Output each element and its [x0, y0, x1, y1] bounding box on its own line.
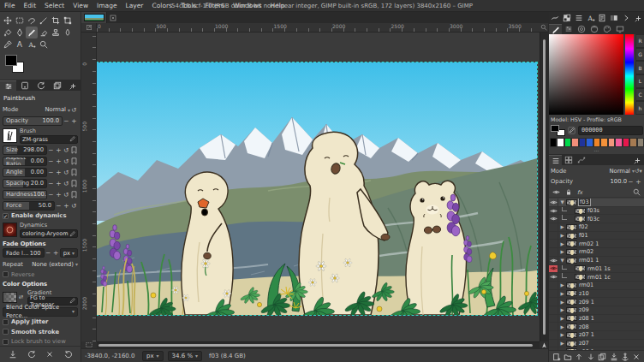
expander-icon[interactable]: ▶ [558, 224, 566, 229]
layer-visible-icon[interactable] [549, 265, 558, 273]
smudge-tool[interactable] [62, 27, 74, 39]
horizontal-ruler[interactable]: 0500100015002000250030003500 [97, 23, 540, 33]
duplicate-layer-icon[interactable] [598, 353, 606, 361]
scroll-right-icon[interactable] [620, 13, 632, 23]
decrease-icon[interactable]: − [47, 157, 55, 166]
palette-swatch[interactable] [564, 138, 571, 147]
expander-icon[interactable]: ▼ [558, 258, 566, 263]
increase-icon[interactable]: + [55, 157, 63, 166]
watercolor-tab-icon[interactable] [587, 24, 600, 34]
gradients-tab-icon[interactable] [608, 13, 620, 23]
fonts-tool[interactable]: A [26, 39, 38, 50]
zoom-tool[interactable] [38, 39, 50, 50]
expander-icon[interactable]: ▼ [558, 199, 566, 205]
layer-row-rm01-1[interactable]: ▼rm01 1 [549, 257, 644, 265]
reset-icon[interactable]: ↺ [63, 179, 70, 188]
palette-expander[interactable]: … [549, 147, 644, 151]
layer-row-f03s[interactable]: f03s [549, 207, 644, 216]
palette-swatch[interactable] [623, 138, 629, 147]
lock-column-icon[interactable] [565, 188, 572, 196]
tool-options-tab[interactable] [0, 80, 16, 91]
paintbrush-tool[interactable] [26, 27, 38, 39]
dynamics-field[interactable]: coloring-Aryeom [20, 229, 78, 238]
enable-dynamics-row[interactable]: ✓ Enable dynamics [3, 211, 78, 221]
device-status-tab[interactable] [16, 80, 33, 91]
layer-mode-value[interactable]: Normal [609, 168, 630, 175]
layer-row-f01[interactable]: ▶f01 [549, 232, 644, 240]
palette-swatch[interactable] [571, 138, 578, 147]
layer-hidden-cell[interactable] [549, 323, 558, 330]
layer-row-z09-1[interactable]: ▶z09 1 [549, 298, 644, 306]
force-slider[interactable]: Force50.0 [3, 201, 55, 211]
image-tab[interactable] [81, 12, 107, 23]
images-tab[interactable] [49, 80, 65, 91]
canvas-image[interactable] [97, 62, 537, 315]
link-to-brush-icon[interactable] [70, 190, 78, 199]
restore-preset-icon[interactable] [27, 350, 36, 359]
clone-tool[interactable] [50, 27, 62, 39]
menu-file[interactable]: File [0, 0, 20, 11]
zoom-follow-icon[interactable] [540, 23, 548, 33]
hardness-slider[interactable]: Hardness100.0 [3, 190, 47, 199]
delete-preset-icon[interactable] [45, 350, 54, 359]
expander-icon[interactable]: ▶ [558, 241, 566, 246]
layer-hidden-cell[interactable] [549, 240, 558, 247]
palette-swatch[interactable] [637, 138, 644, 147]
layer-visible-icon[interactable] [549, 215, 558, 223]
layers-tab-icon[interactable] [549, 155, 562, 165]
layer-opacity-increase-icon[interactable]: + [635, 177, 642, 187]
opacity-increase-icon[interactable]: + [70, 116, 78, 126]
layer-hidden-cell[interactable] [549, 290, 558, 298]
foreground-color-swatch[interactable] [5, 55, 17, 66]
text-tool[interactable]: A [14, 39, 26, 50]
layer-opacity-decrease-icon[interactable]: − [627, 177, 635, 187]
eraser-tool[interactable] [38, 27, 50, 39]
scales-tab-icon[interactable] [613, 24, 626, 34]
decrease-icon[interactable]: − [47, 179, 55, 188]
unit-combo[interactable]: px ▾ [142, 351, 164, 361]
quick-mask-icon[interactable] [81, 341, 97, 348]
smooth-stroke-checkbox[interactable] [3, 329, 9, 335]
raise-layer-icon[interactable] [575, 353, 583, 361]
ink-tool[interactable] [14, 27, 26, 39]
saturation-value-square[interactable] [549, 34, 623, 115]
layer-row-rm02[interactable]: ▶rm02 [549, 248, 644, 257]
fade-decrease-icon[interactable]: − [45, 248, 52, 258]
layer-hidden-cell[interactable] [549, 331, 558, 339]
channel-R-button[interactable]: R [635, 34, 644, 48]
enable-dynamics-checkbox[interactable]: ✓ [3, 213, 9, 219]
layer-row-z08-1[interactable]: ▶z08 1 [549, 315, 644, 323]
layer-row-z07-1[interactable]: ▶z07 1 [549, 331, 644, 340]
reset-preset-icon[interactable] [64, 350, 73, 359]
channel-G-button[interactable]: G [635, 48, 644, 62]
fade-increase-icon[interactable]: + [52, 248, 60, 258]
expander-icon[interactable]: ▶ [558, 291, 566, 296]
expander-icon[interactable]: ▶ [558, 282, 566, 288]
layer-visible-icon[interactable] [549, 273, 558, 281]
blend-space-combo[interactable]: Blend Color Space Perce... ▾ [3, 307, 78, 317]
fg-bg-swatches[interactable] [4, 55, 27, 75]
channel-L-button[interactable]: L [635, 74, 644, 88]
layer-row-z09[interactable]: ▶z09 [549, 306, 644, 315]
layers-stack-tab-icon[interactable] [573, 13, 585, 23]
gimp-color-tab-icon[interactable] [549, 24, 562, 34]
aspect-ratio-slider[interactable]: Aspect Ratio0.00 [3, 157, 47, 166]
color-sliders-tab-icon[interactable] [562, 24, 575, 34]
new-layer-layer-icon[interactable] [552, 353, 561, 361]
horizontal-scrollbar-thumb[interactable] [98, 344, 533, 347]
bucket-fill-tool[interactable] [2, 27, 14, 39]
undo-history-tab[interactable] [33, 80, 49, 91]
dock-menu-icon[interactable] [631, 155, 644, 165]
smooth-stroke-row[interactable]: Smooth stroke [3, 328, 78, 337]
brush-field[interactable]: ZM-grass [20, 135, 78, 144]
hue-strip[interactable] [625, 34, 634, 115]
layer-visible-icon[interactable] [549, 199, 558, 206]
color-wheel-tab-icon[interactable] [575, 24, 587, 34]
expander-icon[interactable]: ▶ [558, 324, 566, 329]
expander-icon[interactable]: ▶ [558, 300, 566, 305]
decrease-icon[interactable]: − [47, 190, 55, 199]
mode-reset-icon[interactable]: ↺ [70, 105, 78, 115]
menu-image[interactable]: Image [92, 0, 122, 11]
dynamics-thumbnail[interactable] [3, 223, 17, 237]
transform-tool[interactable] [62, 15, 74, 27]
